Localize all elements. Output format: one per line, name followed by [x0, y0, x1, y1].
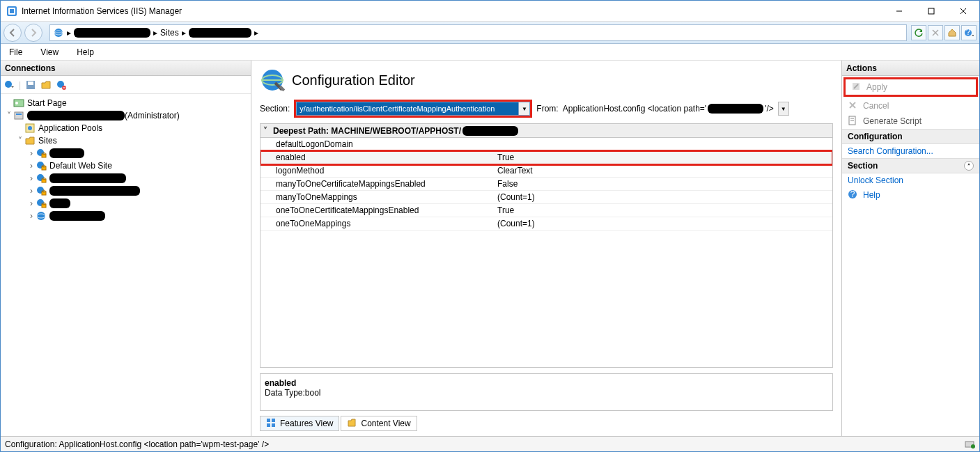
- property-row[interactable]: enabledTrue: [260, 151, 832, 164]
- svg-rect-49: [267, 423, 270, 427]
- apply-action[interactable]: Apply: [846, 79, 976, 95]
- svg-rect-23: [16, 114, 22, 115]
- status-text: Configuration: ApplicationHost.config <l…: [5, 439, 269, 449]
- property-row[interactable]: oneToOneCertificateMappingsEnabledTrue: [260, 204, 832, 217]
- property-value[interactable]: (Count=1): [495, 192, 832, 202]
- property-row[interactable]: logonMethodClearText: [260, 164, 832, 178]
- forward-button[interactable]: [24, 24, 42, 42]
- tree-start-page[interactable]: Start Page: [1, 97, 251, 109]
- property-row[interactable]: manyToOneMappings(Count=1): [260, 191, 832, 204]
- svg-rect-4: [928, 8, 934, 14]
- connections-panel: Connections | Start Page ˅ (Admini: [1, 61, 251, 436]
- tree-site-item[interactable]: ›: [1, 197, 251, 210]
- svg-rect-50: [272, 423, 275, 427]
- connections-tree[interactable]: Start Page ˅ (Administrator) Application…: [1, 94, 251, 436]
- twisty-icon[interactable]: ›: [27, 161, 36, 171]
- svg-rect-22: [15, 112, 23, 119]
- tree-default-site[interactable]: › Default Web Site: [1, 159, 251, 172]
- tab-label: Features View: [280, 419, 333, 428]
- property-value[interactable]: True: [495, 205, 832, 215]
- property-value[interactable]: False: [495, 179, 832, 189]
- tree-site-item[interactable]: ›: [1, 147, 251, 159]
- tree-site-item[interactable]: ›: [1, 210, 251, 222]
- section-label: Section:: [260, 104, 290, 114]
- open-icon[interactable]: [40, 79, 52, 91]
- collapse-icon[interactable]: ˄: [964, 161, 974, 171]
- connect-icon[interactable]: [3, 79, 15, 91]
- svg-text:?: ?: [850, 189, 855, 199]
- property-row[interactable]: oneToOneMappings(Count=1): [260, 217, 832, 231]
- chevron-down-icon[interactable]: ▼: [519, 102, 530, 116]
- tree-server[interactable]: ˅ (Administrator): [1, 109, 251, 122]
- help-dropdown-button[interactable]: ?: [961, 25, 977, 40]
- twisty-icon[interactable]: ˅: [16, 136, 24, 146]
- tree-site-item[interactable]: ›: [1, 185, 251, 197]
- property-group-header[interactable]: ˅ Deepest Path: MACHINE/WEBROOT/APPHOST/: [260, 124, 832, 138]
- breadcrumb-sites[interactable]: Sites: [160, 28, 179, 38]
- generate-script-action[interactable]: Generate Script: [842, 114, 979, 129]
- property-value[interactable]: (Count=1): [495, 219, 832, 228]
- address-bar[interactable]: ▸ ▸ Sites ▸ ▸: [49, 24, 907, 41]
- search-configuration-action[interactable]: Search Configuration...: [842, 144, 979, 158]
- help-icon: ?: [848, 189, 859, 201]
- action-label: Cancel: [863, 101, 889, 111]
- property-name: oneToOneMappings: [260, 219, 495, 228]
- cancel-icon: [848, 100, 859, 111]
- tree-label: Application Pools: [38, 123, 102, 133]
- stop-button[interactable]: [928, 25, 943, 40]
- property-value[interactable]: True: [495, 153, 832, 162]
- twisty-icon[interactable]: ›: [27, 198, 36, 208]
- from-value-suffix: '/>: [765, 104, 774, 114]
- property-name: defaultLogonDomain: [260, 139, 495, 149]
- save-icon[interactable]: [25, 79, 36, 91]
- home-button[interactable]: [944, 25, 960, 40]
- action-label: Search Configuration...: [848, 146, 933, 156]
- window-title: Internet Information Services (IIS) Mana…: [22, 6, 182, 16]
- property-grid[interactable]: ˅ Deepest Path: MACHINE/WEBROOT/APPHOST/…: [260, 123, 833, 368]
- server-icon: [13, 110, 24, 121]
- globe-lock-icon: [36, 185, 47, 196]
- chevron-down-icon[interactable]: ▼: [778, 102, 789, 116]
- tree-site-item[interactable]: ›: [1, 172, 251, 185]
- twisty-icon[interactable]: ›: [27, 148, 36, 158]
- tree-sites[interactable]: ˅ Sites: [1, 134, 251, 147]
- content-panel: Configuration Editor Section: y/authenti…: [251, 61, 841, 436]
- globe-lock-icon: [36, 148, 47, 159]
- property-name: logonMethod: [260, 166, 495, 176]
- breadcrumb-sep: ▸: [67, 28, 71, 38]
- cancel-action[interactable]: Cancel: [842, 98, 979, 114]
- tree-site-redacted: [49, 186, 140, 196]
- property-row[interactable]: manyToOneCertificateMappingsEnabledFalse: [260, 178, 832, 191]
- twisty-icon[interactable]: ˅: [5, 111, 13, 120]
- menu-view[interactable]: View: [38, 46, 61, 59]
- twisty-icon[interactable]: ›: [27, 186, 36, 196]
- close-button[interactable]: [947, 1, 979, 22]
- desc-body: Data Type:bool: [265, 388, 828, 398]
- deepest-path-redacted: [462, 126, 518, 136]
- property-name: manyToOneMappings: [260, 192, 495, 202]
- minimize-button[interactable]: [883, 1, 915, 22]
- content-view-tab[interactable]: Content View: [341, 416, 417, 431]
- help-action[interactable]: ? Help: [842, 187, 979, 203]
- features-icon: [266, 418, 277, 429]
- actions-panel: Actions Apply Cancel Generate Script Con…: [841, 61, 979, 436]
- delete-connection-icon[interactable]: [56, 79, 67, 91]
- menu-help[interactable]: Help: [74, 46, 97, 59]
- twisty-icon[interactable]: ˅: [263, 126, 273, 136]
- refresh-button[interactable]: [911, 25, 926, 40]
- twisty-icon[interactable]: ›: [27, 211, 36, 221]
- unlock-section-action[interactable]: Unlock Section: [842, 173, 979, 187]
- title-bar: Internet Information Services (IIS) Mana…: [1, 1, 979, 22]
- tree-app-pools[interactable]: Application Pools: [1, 122, 251, 134]
- back-button[interactable]: [3, 24, 22, 42]
- globe-lock-icon: [36, 173, 47, 184]
- twisty-icon[interactable]: ›: [27, 173, 36, 183]
- section-dropdown[interactable]: y/authentication/iisClientCertificateMap…: [296, 102, 519, 116]
- property-row[interactable]: defaultLogonDomain: [260, 138, 832, 151]
- property-value[interactable]: ClearText: [495, 166, 832, 176]
- features-view-tab[interactable]: Features View: [260, 416, 339, 431]
- menu-file[interactable]: File: [6, 46, 25, 59]
- maximize-button[interactable]: [915, 1, 947, 22]
- svg-point-41: [37, 212, 45, 220]
- actions-header: Actions: [842, 61, 979, 76]
